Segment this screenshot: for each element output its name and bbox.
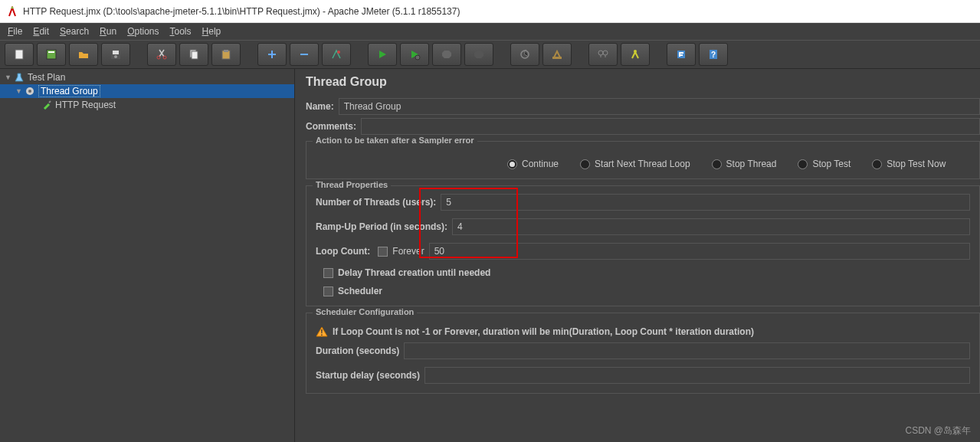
panel-title: Thread Group (306, 75, 980, 89)
scheduler-config-legend: Scheduler Configuration (313, 307, 417, 316)
startup-delay-label: Startup delay (seconds) (316, 370, 420, 381)
svg-point-30 (28, 90, 31, 93)
window-title: HTTP Request.jmx (D:\tools\apache-jmeter… (23, 6, 460, 17)
radio-start-next[interactable]: Start Next Thread Loop (580, 159, 690, 169)
open-button[interactable] (69, 43, 98, 66)
tree-thread-group[interactable]: ▼ Thread Group (0, 84, 294, 98)
startup-delay-input[interactable] (424, 367, 970, 384)
menu-options[interactable]: Options (123, 25, 163, 38)
start-no-timers-button[interactable] (400, 43, 429, 66)
stop-button[interactable] (432, 43, 461, 66)
loop-count-label: Loop Count: (316, 246, 370, 257)
menu-file[interactable]: File (3, 25, 27, 38)
save-button[interactable] (101, 43, 130, 66)
copy-button[interactable] (179, 43, 208, 66)
collapse-button[interactable] (290, 43, 319, 66)
num-threads-label: Number of Threads (users): (316, 197, 436, 208)
duration-input[interactable] (404, 342, 970, 359)
svg-point-6 (114, 55, 117, 58)
radio-icon (580, 159, 590, 169)
svg-point-17 (415, 55, 420, 60)
scheduler-label: Scheduler (338, 286, 382, 296)
forever-label: Forever (392, 246, 424, 257)
svg-rect-10 (192, 51, 198, 59)
svg-point-0 (11, 6, 14, 8)
function-helper-button[interactable] (621, 43, 650, 66)
gear-icon (23, 85, 37, 97)
svg-rect-26 (679, 54, 683, 56)
radio-icon (798, 159, 808, 169)
svg-rect-5 (113, 51, 119, 54)
clear-all-button[interactable] (542, 43, 572, 66)
watermark: CSDN @岛森年 (905, 424, 971, 437)
menu-run[interactable]: Run (95, 25, 121, 38)
help-button[interactable] (667, 43, 696, 66)
scheduler-checkbox[interactable] (323, 286, 333, 296)
forever-checkbox[interactable] (378, 247, 388, 257)
thread-properties-legend: Thread Properties (313, 180, 391, 189)
scheduler-config-fieldset: Scheduler Configuration ! If Loop Count … (306, 313, 980, 394)
main-panel: Thread Group Name: Comments: Action to b… (295, 69, 980, 442)
start-button[interactable] (368, 43, 397, 66)
svg-rect-3 (48, 51, 54, 53)
svg-point-22 (634, 50, 637, 53)
delay-thread-checkbox[interactable] (323, 268, 333, 278)
scheduler-hint: If Loop Count is not -1 or Forever, dura… (333, 326, 754, 337)
clear-button[interactable] (510, 43, 539, 66)
svg-point-20 (598, 51, 603, 55)
new-button[interactable] (5, 43, 34, 66)
svg-text:?: ? (711, 51, 716, 59)
menubar: File Edit Search Run Options Tools Help (0, 23, 980, 40)
radio-stop-test[interactable]: Stop Test (798, 159, 851, 169)
shutdown-button[interactable] (464, 43, 493, 66)
radio-stop-test-now[interactable]: Stop Test Now (872, 159, 946, 169)
svg-point-8 (163, 56, 166, 59)
svg-rect-12 (224, 50, 228, 52)
svg-point-7 (157, 56, 160, 59)
svg-text:!: ! (320, 329, 323, 337)
expand-button[interactable] (257, 43, 287, 66)
thread-properties-fieldset: Thread Properties Number of Threads (use… (306, 185, 980, 306)
comments-label: Comments: (306, 121, 356, 132)
menu-tools[interactable]: Tools (166, 25, 196, 38)
warning-icon: ! (316, 326, 328, 338)
svg-point-16 (337, 51, 340, 54)
sampler-error-fieldset: Action to be taken after a Sampler error… (306, 141, 980, 179)
tree-test-plan[interactable]: ▼ Test Plan (0, 70, 294, 84)
flask-icon (12, 71, 26, 83)
duration-label: Duration (seconds) (316, 345, 399, 356)
tree-arrow-icon[interactable]: ▼ (15, 87, 23, 95)
menu-help[interactable]: Help (198, 25, 226, 38)
name-input[interactable] (339, 98, 980, 115)
app-icon (6, 5, 18, 18)
menu-edit[interactable]: Edit (28, 25, 54, 38)
radio-stop-thread[interactable]: Stop Thread (712, 159, 777, 169)
menu-search[interactable]: Search (55, 25, 93, 38)
svg-rect-19 (552, 57, 562, 59)
radio-icon (507, 159, 517, 169)
toggle-button[interactable] (322, 43, 351, 66)
search-tree-button[interactable] (588, 43, 618, 66)
toolbar: ? (0, 40, 980, 69)
pipette-icon (40, 99, 54, 111)
tree-sidebar: ▼ Test Plan ▼ Thread Group HTTP Request (0, 69, 295, 442)
num-threads-input[interactable] (441, 194, 970, 211)
templates-button[interactable] (37, 43, 66, 66)
radio-icon (872, 159, 882, 169)
comments-input[interactable] (361, 118, 980, 135)
delay-thread-label: Delay Thread creation until needed (338, 267, 490, 278)
svg-rect-25 (679, 52, 683, 54)
loop-count-input[interactable] (429, 243, 970, 260)
sampler-error-legend: Action to be taken after a Sampler error (313, 136, 477, 145)
cut-button[interactable] (147, 43, 176, 66)
svg-rect-2 (47, 50, 56, 59)
about-button[interactable]: ? (699, 43, 728, 66)
svg-rect-1 (15, 50, 23, 59)
tree-arrow-icon[interactable]: ▼ (5, 74, 12, 81)
tree-http-request[interactable]: HTTP Request (0, 98, 294, 112)
ramp-up-label: Ramp-Up Period (in seconds): (316, 221, 447, 232)
radio-continue[interactable]: Continue (507, 159, 559, 169)
paste-button[interactable] (211, 43, 241, 66)
ramp-up-input[interactable] (452, 218, 970, 235)
radio-icon (712, 159, 722, 169)
